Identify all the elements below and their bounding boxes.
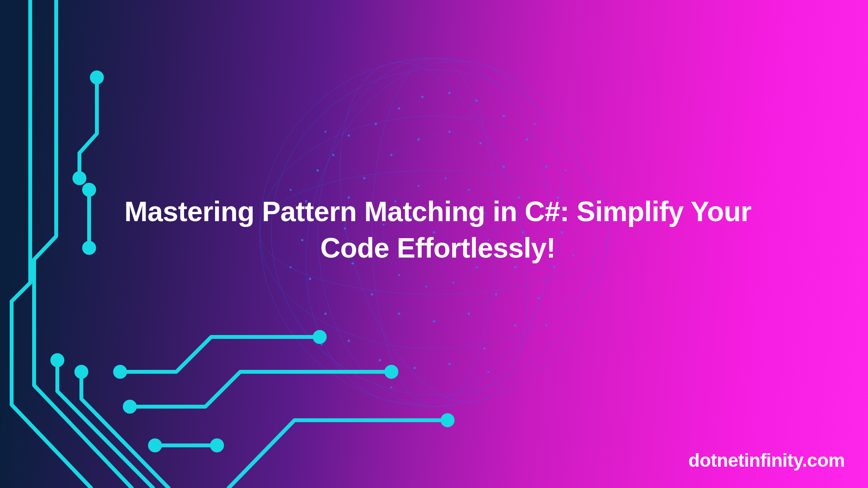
banner-title: Mastering Pattern Matching in C#: Simpli… [124, 194, 752, 266]
svg-point-29 [309, 278, 311, 280]
svg-line-87 [469, 294, 496, 314]
svg-point-58 [425, 286, 427, 288]
svg-point-23 [483, 347, 486, 350]
svg-point-117 [113, 365, 127, 379]
svg-point-115 [50, 353, 64, 367]
svg-line-80 [418, 132, 450, 139]
svg-point-22 [514, 324, 517, 326]
svg-line-101 [453, 267, 477, 283]
svg-point-17 [545, 165, 548, 168]
svg-point-36 [448, 131, 451, 133]
svg-point-26 [379, 359, 381, 361]
svg-point-12 [421, 96, 424, 98]
svg-point-42 [495, 293, 497, 296]
svg-line-89 [399, 314, 434, 321]
svg-point-16 [526, 138, 528, 141]
svg-point-44 [433, 320, 435, 323]
svg-point-73 [391, 387, 393, 388]
svg-point-118 [313, 330, 327, 344]
svg-point-120 [384, 365, 398, 379]
svg-line-82 [480, 143, 504, 167]
svg-line-86 [496, 267, 515, 294]
svg-point-53 [468, 189, 470, 191]
svg-point-15 [503, 115, 505, 117]
svg-point-9 [348, 134, 350, 137]
svg-point-20 [553, 266, 555, 268]
svg-point-25 [413, 367, 416, 369]
svg-point-41 [514, 266, 517, 268]
svg-point-75 [290, 266, 292, 268]
svg-point-46 [371, 293, 373, 296]
svg-point-111 [90, 70, 104, 84]
svg-point-119 [123, 400, 137, 414]
svg-point-114 [82, 241, 96, 255]
svg-point-24 [448, 363, 451, 365]
svg-point-11 [398, 107, 400, 110]
svg-point-59 [398, 274, 400, 276]
svg-point-21 [537, 297, 540, 299]
svg-point-37 [479, 142, 482, 144]
svg-point-123 [441, 413, 455, 427]
svg-point-34 [390, 154, 393, 156]
svg-point-14 [475, 100, 478, 102]
svg-point-10 [375, 123, 377, 125]
svg-point-122 [210, 438, 224, 452]
svg-point-45 [398, 313, 400, 315]
svg-line-90 [372, 294, 399, 314]
svg-point-28 [324, 313, 327, 315]
svg-point-51 [418, 185, 420, 187]
svg-point-69 [565, 170, 567, 172]
svg-point-8 [332, 154, 334, 156]
svg-line-88 [434, 314, 469, 321]
svg-point-32 [317, 169, 319, 172]
svg-point-52 [445, 177, 447, 179]
svg-point-71 [546, 325, 548, 326]
svg-point-35 [417, 138, 420, 141]
svg-point-43 [468, 313, 470, 315]
svg-line-97 [446, 178, 469, 190]
svg-point-68 [534, 123, 536, 125]
svg-line-103 [399, 275, 426, 287]
svg-point-76 [290, 189, 292, 191]
svg-point-38 [503, 165, 505, 168]
banner-canvas: Mastering Pattern Matching in C#: Simpli… [0, 0, 868, 488]
svg-point-67 [325, 131, 327, 133]
svg-point-56 [476, 266, 478, 268]
svg-point-33 [363, 177, 365, 179]
svg-line-83 [504, 167, 519, 198]
svg-point-72 [487, 371, 489, 373]
svg-line-102 [426, 283, 453, 287]
svg-line-77 [333, 155, 364, 178]
svg-point-13 [448, 92, 451, 94]
svg-point-112 [72, 171, 86, 185]
svg-point-74 [321, 344, 323, 346]
svg-point-57 [453, 282, 455, 284]
svg-point-27 [348, 340, 350, 342]
svg-line-79 [391, 139, 418, 155]
svg-line-96 [418, 178, 446, 186]
svg-point-116 [74, 365, 88, 379]
svg-point-113 [82, 183, 96, 197]
svg-point-121 [148, 438, 162, 452]
svg-line-91 [353, 263, 372, 294]
svg-line-81 [450, 132, 480, 143]
site-name: dotnetinfinity.com [689, 450, 845, 471]
